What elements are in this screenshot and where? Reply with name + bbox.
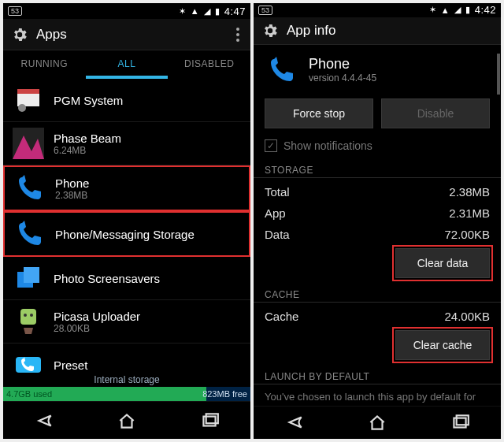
clear-data-button[interactable]: Clear data	[395, 248, 490, 278]
status-bar: 53 ✶ ▲ ◢ ▮ 4:47	[3, 3, 250, 19]
phone-icon	[14, 173, 46, 204]
list-item[interactable]: Phase Beam6.24MB	[3, 122, 250, 165]
kv-total: Total2.38MB	[254, 181, 501, 202]
force-stop-button[interactable]: Force stop	[265, 98, 373, 128]
app-name: Photo Screensavers	[54, 272, 160, 285]
svg-rect-1	[17, 89, 39, 94]
app-version: version 4.4.4-45	[309, 72, 376, 84]
launch-by-default-text: You've chosen to launch this app by defa…	[254, 388, 501, 406]
vibrate-icon: ✶	[429, 5, 436, 15]
app-name: Phone	[55, 176, 89, 190]
home-button[interactable]	[354, 410, 401, 434]
screen-apps-list: 53 ✶ ▲ ◢ ▮ 4:47 Apps RUNNING ALL DISABLE…	[3, 3, 250, 439]
app-size: 6.24MB	[54, 145, 121, 156]
list-item[interactable]: Photo Screensavers	[3, 257, 250, 300]
action-bar: Apps	[3, 19, 250, 50]
apps-list[interactable]: PGM System Phase Beam6.24MB Phone2.38MB …	[3, 79, 250, 401]
kv-app: App2.31MB	[254, 202, 501, 224]
app-info-header: Phone version 4.4.4-45	[254, 45, 501, 95]
storage-used: 4.7GB used	[6, 389, 52, 399]
wifi-icon: ▲	[441, 6, 450, 15]
status-bar: 53 ✶ ▲ ◢ ▮ 4:42	[254, 3, 501, 17]
clock: 4:47	[224, 6, 246, 17]
storage-footer: Internal storage 4.7GB used 823MB free	[3, 373, 250, 401]
section-launch: LAUNCH BY DEFAULT	[254, 366, 501, 384]
app-icon	[13, 128, 44, 159]
signal-icon: ◢	[204, 6, 210, 17]
battery-icon: ▮	[215, 6, 220, 17]
tab-disabled[interactable]: DISABLED	[168, 50, 250, 79]
storage-free: 823MB free	[202, 389, 247, 399]
recents-button[interactable]	[436, 410, 484, 434]
vibrate-icon: ✶	[179, 6, 186, 17]
svg-point-7	[24, 314, 27, 317]
app-name: Picasa Uploader	[54, 310, 140, 323]
app-icon	[13, 262, 44, 294]
tabs: RUNNING ALL DISABLED	[3, 50, 250, 79]
tab-running[interactable]: RUNNING	[3, 50, 86, 79]
app-icon	[13, 306, 44, 337]
clock: 4:42	[475, 4, 496, 16]
app-size: 2.38MB	[55, 190, 89, 201]
app-name: Phone	[309, 56, 376, 72]
scrollbar[interactable]	[497, 54, 500, 95]
list-item-phone[interactable]: Phone2.38MB	[3, 165, 250, 211]
list-item[interactable]: PGM System	[3, 79, 250, 122]
svg-rect-6	[20, 309, 36, 325]
show-notifications-checkbox[interactable]: ✓ Show notifications	[254, 135, 501, 160]
list-item-phone-messaging-storage[interactable]: Phone/Messaging Storage	[3, 211, 250, 257]
action-bar: App info	[254, 17, 501, 45]
kv-cache: Cache24.00KB	[254, 306, 501, 327]
section-storage: STORAGE	[254, 160, 501, 178]
back-button[interactable]	[20, 409, 68, 433]
gear-icon[interactable]	[261, 22, 279, 39]
screen-app-info: 53 ✶ ▲ ◢ ▮ 4:42 App info Phone version 4…	[254, 3, 501, 439]
app-size: 28.00KB	[54, 323, 140, 334]
recents-button[interactable]	[186, 409, 233, 433]
storage-label: Internal storage	[3, 373, 250, 387]
app-icon	[13, 84, 44, 116]
clear-cache-button[interactable]: Clear cache	[395, 330, 490, 360]
overflow-menu[interactable]	[233, 24, 243, 45]
nav-bar	[3, 401, 250, 439]
disable-button: Disable	[381, 98, 490, 128]
gear-icon[interactable]	[11, 26, 28, 43]
section-cache: CACHE	[254, 284, 501, 303]
back-button[interactable]	[271, 410, 318, 434]
app-name: Preset	[54, 358, 87, 372]
phone-icon	[265, 53, 299, 87]
list-item[interactable]: Picasa Uploader28.00KB	[3, 300, 250, 344]
battery-icon: ▮	[465, 5, 470, 15]
svg-rect-5	[24, 267, 39, 283]
tab-all[interactable]: ALL	[86, 50, 169, 79]
phone-icon	[14, 218, 46, 250]
battery-badge: 53	[258, 6, 272, 15]
home-button[interactable]	[103, 409, 150, 433]
action-title: App info	[287, 23, 335, 39]
checkbox-icon: ✓	[265, 139, 277, 152]
app-name: Phone/Messaging Storage	[55, 228, 195, 241]
nav-bar	[254, 406, 501, 439]
action-title: Apps	[36, 27, 67, 43]
checkbox-label: Show notifications	[284, 139, 372, 152]
app-name: Phase Beam	[54, 132, 121, 145]
kv-data: Data72.00KB	[254, 224, 501, 245]
app-name: PGM System	[54, 94, 123, 107]
svg-point-2	[18, 104, 26, 112]
battery-badge: 53	[8, 6, 22, 16]
signal-icon: ◢	[454, 5, 461, 15]
wifi-icon: ▲	[191, 6, 199, 16]
svg-point-8	[30, 314, 33, 317]
